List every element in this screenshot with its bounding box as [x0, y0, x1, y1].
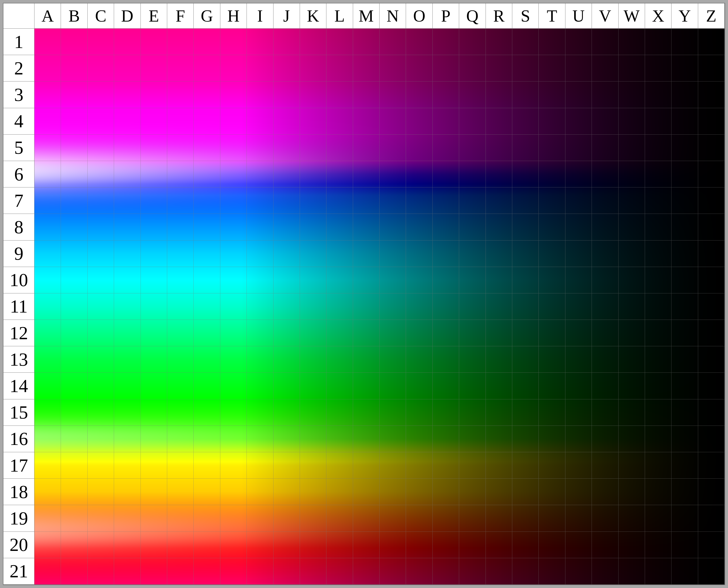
- heatmap-cell: [671, 426, 698, 452]
- heatmap-cell: [300, 452, 326, 479]
- heatmap-cell: [274, 320, 300, 346]
- row-header: 6: [3, 161, 35, 187]
- heatmap-cell: [35, 28, 61, 55]
- heatmap-cell: [380, 267, 406, 293]
- heatmap-cell: [380, 108, 406, 134]
- heatmap-cell: [274, 293, 300, 320]
- heatmap-cell: [167, 214, 194, 240]
- heatmap-cell: [61, 267, 87, 293]
- heatmap-cell: [565, 320, 592, 346]
- heatmap-cell: [87, 214, 114, 240]
- heatmap-cell: [512, 532, 539, 558]
- heatmap-cell: [247, 214, 273, 240]
- heatmap-cell: [35, 558, 61, 585]
- heatmap-cell: [406, 479, 432, 505]
- heatmap-cell: [486, 134, 512, 161]
- heatmap-cell: [512, 214, 539, 240]
- heatmap-cell: [300, 55, 326, 82]
- heatmap-cell: [406, 267, 432, 293]
- heatmap-cell: [433, 346, 459, 373]
- heatmap-cell: [671, 82, 698, 108]
- heatmap-cell: [459, 320, 486, 346]
- heatmap-cell: [380, 505, 406, 531]
- heatmap-cell: [300, 558, 326, 585]
- heatmap-cell: [486, 161, 512, 187]
- heatmap-cell: [619, 532, 645, 558]
- heatmap-cell: [406, 452, 432, 479]
- heatmap-cell: [326, 373, 353, 399]
- heatmap-cell: [167, 532, 194, 558]
- heatmap-cell: [194, 240, 220, 267]
- heatmap-cell: [512, 373, 539, 399]
- heatmap-cell: [247, 479, 273, 505]
- heatmap-cell: [114, 452, 141, 479]
- heatmap-cell: [326, 532, 353, 558]
- heatmap-cell: [619, 346, 645, 373]
- heatmap-cell: [167, 452, 194, 479]
- column-header: I: [247, 3, 273, 28]
- heatmap-cell: [645, 426, 671, 452]
- heatmap-cell: [141, 55, 167, 82]
- heatmap-cell: [406, 558, 432, 585]
- data-row: 19: [3, 505, 725, 531]
- data-row: 16: [3, 426, 725, 452]
- heatmap-cell: [619, 558, 645, 585]
- heatmap-cell: [592, 187, 618, 214]
- heatmap-cell: [87, 505, 114, 531]
- heatmap-cell: [61, 161, 87, 187]
- heatmap-cell: [326, 346, 353, 373]
- heatmap-cell: [459, 479, 486, 505]
- heatmap-cell: [565, 214, 592, 240]
- heatmap-cell: [247, 532, 273, 558]
- column-header: A: [35, 3, 61, 28]
- heatmap-cell: [565, 399, 592, 426]
- heatmap-cell: [645, 532, 671, 558]
- heatmap-cell: [194, 293, 220, 320]
- heatmap-cell: [433, 532, 459, 558]
- heatmap-cell: [433, 214, 459, 240]
- heatmap-cell: [247, 134, 273, 161]
- heatmap-cell: [592, 214, 618, 240]
- column-header: F: [167, 3, 194, 28]
- heatmap-cell: [512, 505, 539, 531]
- column-header: P: [433, 3, 459, 28]
- heatmap-cell: [220, 320, 247, 346]
- heatmap-cell: [167, 161, 194, 187]
- heatmap-cell: [619, 267, 645, 293]
- heatmap-cell: [87, 346, 114, 373]
- heatmap-cell: [353, 240, 380, 267]
- heatmap-cell: [619, 82, 645, 108]
- heatmap-cell: [353, 187, 380, 214]
- heatmap-cell: [220, 532, 247, 558]
- heatmap-cell: [247, 82, 273, 108]
- heatmap-cell: [539, 187, 565, 214]
- heatmap-cell: [274, 214, 300, 240]
- heatmap-cell: [512, 108, 539, 134]
- heatmap-cell: [433, 187, 459, 214]
- heatmap-cell: [220, 240, 247, 267]
- heatmap-cell: [114, 267, 141, 293]
- heatmap-cell: [274, 267, 300, 293]
- heatmap-cell: [114, 346, 141, 373]
- heatmap-cell: [671, 452, 698, 479]
- heatmap-cell: [619, 479, 645, 505]
- heatmap-cell: [353, 55, 380, 82]
- heatmap-cell: [300, 505, 326, 531]
- heatmap-cell: [433, 161, 459, 187]
- heatmap-cell: [645, 187, 671, 214]
- heatmap-cell: [645, 505, 671, 531]
- heatmap-cell: [220, 479, 247, 505]
- heatmap-cell: [486, 55, 512, 82]
- heatmap-cell: [380, 55, 406, 82]
- row-header: 4: [3, 108, 35, 134]
- row-header: 1: [3, 28, 35, 55]
- heatmap-cell: [592, 161, 618, 187]
- heatmap-cell: [114, 532, 141, 558]
- heatmap-cell: [220, 558, 247, 585]
- heatmap-cell: [671, 28, 698, 55]
- column-header: H: [220, 3, 247, 28]
- heatmap-cell: [671, 532, 698, 558]
- heatmap-cell: [300, 161, 326, 187]
- heatmap-cell: [459, 108, 486, 134]
- row-header: 13: [3, 346, 35, 373]
